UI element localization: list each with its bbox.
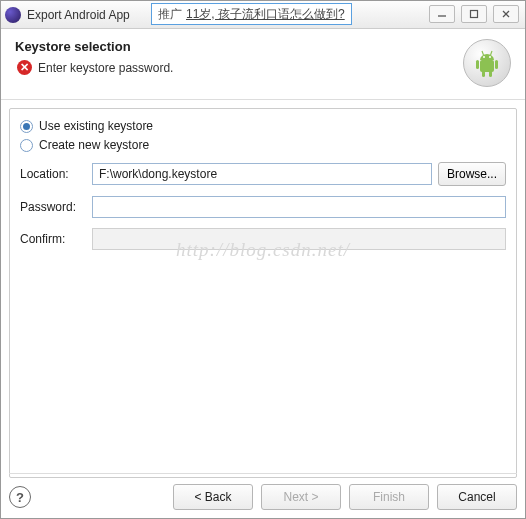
minimize-icon (437, 9, 447, 19)
password-label: Password: (20, 200, 86, 214)
svg-rect-8 (489, 71, 492, 77)
browse-button[interactable]: Browse... (438, 162, 506, 186)
close-icon (501, 9, 511, 19)
svg-rect-1 (471, 11, 478, 18)
radio-create-new[interactable]: Create new keystore (20, 138, 506, 152)
svg-line-9 (482, 51, 484, 55)
svg-rect-5 (476, 60, 479, 69)
svg-rect-6 (495, 60, 498, 69)
svg-point-12 (489, 56, 491, 58)
svg-line-10 (491, 51, 493, 55)
svg-rect-4 (480, 60, 494, 72)
password-input[interactable] (92, 196, 506, 218)
ad-overlay[interactable]: 推广 11岁, 孩子流利口语怎么做到? (151, 3, 352, 25)
android-icon (463, 39, 511, 87)
cancel-button[interactable]: Cancel (437, 484, 517, 510)
radio-use-existing[interactable]: Use existing keystore (20, 119, 506, 133)
ad-prefix: 推广 (158, 6, 182, 23)
header-divider (1, 99, 525, 100)
section-title: Keystore selection (15, 39, 173, 54)
dialog-header: Keystore selection ✕ Enter keystore pass… (1, 29, 525, 93)
window-controls (429, 5, 519, 23)
svg-point-11 (483, 56, 485, 58)
radio-label: Use existing keystore (39, 119, 153, 133)
svg-rect-7 (482, 71, 485, 77)
window-title: Export Android App (27, 8, 130, 22)
maximize-icon (469, 9, 479, 19)
title-bar: Export Android App 推广 11岁, 孩子流利口语怎么做到? (1, 1, 525, 29)
eclipse-icon (5, 7, 21, 23)
radio-icon (20, 120, 33, 133)
error-message: Enter keystore password. (38, 61, 173, 75)
confirm-input (92, 228, 506, 250)
location-input[interactable] (92, 163, 432, 185)
dialog-footer: ? < Back Next > Finish Cancel (9, 473, 517, 510)
location-label: Location: (20, 167, 86, 181)
confirm-row: Confirm: (20, 228, 506, 250)
close-button[interactable] (493, 5, 519, 23)
error-icon: ✕ (17, 60, 32, 75)
back-button[interactable]: < Back (173, 484, 253, 510)
form-area: Use existing keystore Create new keystor… (9, 108, 517, 478)
finish-button: Finish (349, 484, 429, 510)
maximize-button[interactable] (461, 5, 487, 23)
location-row: Location: Browse... (20, 162, 506, 186)
ad-link[interactable]: 11岁, 孩子流利口语怎么做到? (186, 6, 345, 23)
confirm-label: Confirm: (20, 232, 86, 246)
help-button[interactable]: ? (9, 486, 31, 508)
error-row: ✕ Enter keystore password. (17, 60, 173, 75)
next-button: Next > (261, 484, 341, 510)
radio-label: Create new keystore (39, 138, 149, 152)
radio-icon (20, 139, 33, 152)
minimize-button[interactable] (429, 5, 455, 23)
password-row: Password: (20, 196, 506, 218)
